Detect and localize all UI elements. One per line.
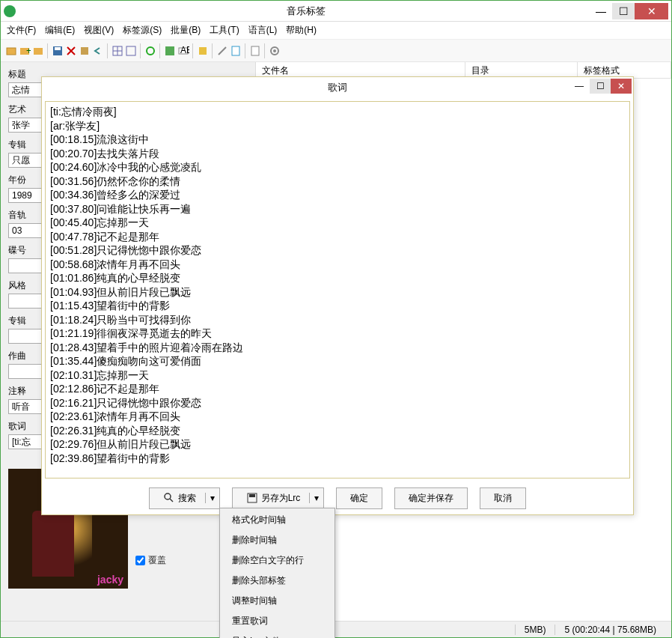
lyrics-line: [00:20.70]去找失落片段 <box>50 147 625 161</box>
lyrics-line: [01:18.24]只盼当中可找得到你 <box>50 313 625 327</box>
settings-icon[interactable] <box>269 45 281 57</box>
lyrics-line: [00:47.78]记不起是那年 <box>50 230 625 244</box>
th-filename[interactable]: 文件名 <box>256 62 465 78</box>
lyrics-line: [00:18.15]流浪这街中 <box>50 133 625 147</box>
save-icon <box>246 492 258 504</box>
menu-file[interactable]: 文件(F) <box>7 24 36 37</box>
chevron-down-icon[interactable]: ▾ <box>205 493 219 503</box>
lyrics-line: [02:12.86]记不起是那年 <box>50 382 625 396</box>
album-logo: jacky <box>97 574 123 586</box>
app-title: 音乐标签 <box>22 4 590 18</box>
search-icon <box>163 492 175 504</box>
ok-save-button[interactable]: 确定并保存 <box>394 487 468 509</box>
download-icon[interactable] <box>164 45 176 57</box>
lyrics-line: [01:35.44]傻痴痴吻向这可爱俏面 <box>50 354 625 368</box>
svg-point-21 <box>165 493 171 499</box>
app-icon <box>4 5 16 17</box>
ok-button[interactable]: 确定 <box>336 487 382 509</box>
th-dir[interactable]: 目录 <box>465 62 578 78</box>
lyrics-line: [01:15.43]望着街中的背影 <box>50 299 625 313</box>
dialog-maximize-button[interactable]: ☐ <box>590 79 611 94</box>
menu-edit[interactable]: 编辑(E) <box>45 24 75 37</box>
title-bar: 音乐标签 — ☐ ✕ <box>1 1 671 22</box>
folder-add-icon[interactable]: + <box>19 45 31 57</box>
lyrics-line: [01:21.19]徘徊夜深寻觅逝去的昨天 <box>50 326 625 341</box>
save-icon[interactable] <box>52 45 64 57</box>
delete-icon[interactable] <box>65 45 77 57</box>
lyrics-line: [02:23.61]浓情年月再不回头 <box>50 410 625 424</box>
folder-open-icon[interactable] <box>5 45 17 57</box>
svg-rect-24 <box>249 494 255 497</box>
chevron-down-icon[interactable]: ▾ <box>309 493 323 503</box>
maximize-button[interactable]: ☐ <box>612 3 635 19</box>
lyrics-line: [00:58.68]浓情年月再不回头 <box>50 258 625 272</box>
script-icon[interactable] <box>230 45 242 57</box>
folder-tree-icon[interactable] <box>32 45 44 57</box>
svg-rect-15 <box>199 47 207 55</box>
lyrics-line: [02:29.76]但从前旧片段已飘远 <box>50 437 625 452</box>
dialog-close-button[interactable]: ✕ <box>611 79 632 94</box>
paint-icon[interactable] <box>197 45 209 57</box>
svg-rect-17 <box>232 46 239 55</box>
menu-delete-blank-lines[interactable]: 删除空白文字的行 <box>222 550 333 571</box>
list-icon[interactable] <box>125 45 137 57</box>
menu-bar: 文件(F) 编辑(E) 视图(V) 标签源(S) 批量(B) 工具(T) 语言(… <box>1 22 671 40</box>
window-controls: — ☐ ✕ <box>590 3 668 19</box>
lyrics-textbox[interactable]: [ti:忘情冷雨夜][ar:张学友][00:18.15]流浪这街中[00:20.… <box>45 101 630 478</box>
status-bar: 5MB) 5 (00:20:44 | 75.68MB) <box>1 621 671 637</box>
close-button[interactable]: ✕ <box>635 3 668 19</box>
lyrics-line: [02:16.21]只记得恍惚中跟你爱恋 <box>50 396 625 410</box>
lyrics-line: [02:26.31]纯真的心早经脱变 <box>50 424 625 438</box>
lyrics-line: [00:31.56]仍然怀念你的柔情 <box>50 174 625 189</box>
lyrics-line: [00:51.28]只记得恍惚中跟你爱恋 <box>50 243 625 258</box>
svg-text:+: + <box>26 46 31 56</box>
menu-tagsource[interactable]: 标签源(S) <box>123 24 162 37</box>
lyrics-line: [01:04.93]但从前旧片段已飘远 <box>50 285 625 300</box>
rename-icon[interactable]: ABC <box>177 45 189 57</box>
saveas-lrc-button[interactable]: 另存为Lrc ▾ <box>232 487 325 509</box>
lyrics-dialog: 歌词 — ☐ ✕ [ti:忘情冷雨夜][ar:张学友][00:18.15]流浪这… <box>41 76 634 515</box>
menu-help[interactable]: 帮助(H) <box>286 24 317 37</box>
th-format[interactable]: 标签格式 <box>578 62 671 78</box>
lyrics-line: [01:28.43]望着手中的照片迎着冷雨在路边 <box>50 341 625 355</box>
lyrics-line: [02:39.86]望着街中的背影 <box>50 452 625 466</box>
export-icon[interactable] <box>249 45 261 57</box>
minimize-button[interactable]: — <box>590 3 612 19</box>
dialog-title-bar: 歌词 — ☐ ✕ <box>42 77 633 98</box>
menu-delete-header-tags[interactable]: 删除头部标签 <box>222 571 333 591</box>
dialog-title: 歌词 <box>328 81 347 94</box>
undo-icon[interactable] <box>92 45 104 57</box>
lyrics-line: [00:34.36]曾经多么的深爱过 <box>50 188 625 202</box>
lyrics-line: [00:24.60]冰冷中我的心感觉凌乱 <box>50 160 625 174</box>
menu-format-timeline[interactable]: 格式化时间轴 <box>222 510 333 530</box>
dialog-button-row: 搜索 ▾ 另存为Lrc ▾ 确定 确定并保存 取消 <box>42 481 633 514</box>
menu-language[interactable]: 语言(L) <box>248 24 278 37</box>
wand-icon[interactable] <box>216 45 228 57</box>
menu-batch[interactable]: 批量(B) <box>171 24 201 37</box>
svg-point-11 <box>147 47 154 55</box>
svg-rect-3 <box>34 48 43 55</box>
dialog-minimize-button[interactable]: — <box>569 79 590 94</box>
menu-delete-timeline[interactable]: 删除时间轴 <box>222 530 333 550</box>
cancel-button[interactable]: 取消 <box>480 487 526 509</box>
svg-text:ABC: ABC <box>180 45 189 55</box>
grid-icon[interactable] <box>112 45 123 57</box>
status-right: 5 (00:20:44 | 75.68MB) <box>555 625 665 635</box>
menu-tools[interactable]: 工具(T) <box>210 24 239 37</box>
svg-rect-6 <box>81 47 88 55</box>
svg-point-20 <box>273 49 276 52</box>
menu-reset-lyrics[interactable]: 重置歌词 <box>222 611 333 631</box>
svg-rect-18 <box>251 46 259 55</box>
book-icon[interactable] <box>79 45 91 57</box>
svg-rect-0 <box>7 48 16 55</box>
lyrics-line: [00:45.40]忘掉那一天 <box>50 216 625 230</box>
toolbar: + ABC <box>1 40 671 62</box>
overwrite-checkbox[interactable] <box>135 556 145 565</box>
menu-import-lrc[interactable]: 导入Lrc文件 <box>222 631 333 638</box>
menu-adjust-timeline[interactable]: 调整时间轴 <box>222 591 333 611</box>
refresh-icon[interactable] <box>144 45 156 57</box>
svg-line-22 <box>170 499 173 502</box>
menu-view[interactable]: 视图(V) <box>84 24 114 37</box>
lyrics-line: [ar:张学友] <box>50 119 625 133</box>
search-button[interactable]: 搜索 ▾ <box>149 487 220 509</box>
